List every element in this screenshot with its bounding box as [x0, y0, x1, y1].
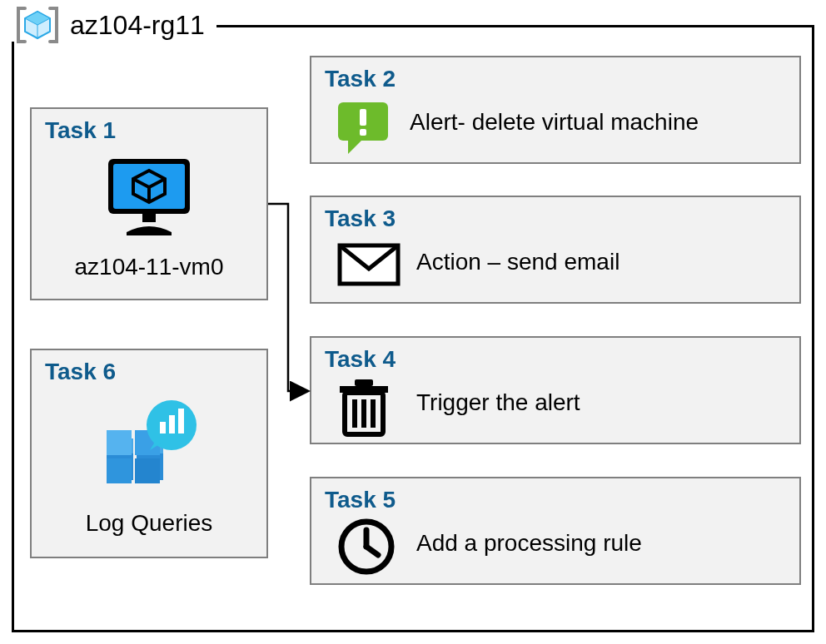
- task2-description: Alert- delete virtual machine: [410, 109, 699, 136]
- task6-subtitle: Log Queries: [32, 510, 266, 537]
- svg-rect-21: [360, 109, 366, 126]
- svg-rect-19: [178, 409, 184, 433]
- svg-rect-22: [360, 129, 366, 136]
- svg-rect-12: [107, 430, 132, 455]
- resource-group-icon: [15, 7, 60, 43]
- task1-subtitle: az104-11-vm0: [32, 254, 266, 280]
- svg-rect-14: [107, 458, 132, 483]
- resource-group-header: az104-rg11: [12, 8, 216, 42]
- task3-title: Task 3: [325, 206, 799, 232]
- trash-icon: [336, 378, 391, 443]
- task6-box: Task 6: [30, 349, 268, 558]
- task4-box: Task 4 Trigger the alert: [310, 336, 801, 444]
- resource-group-name: az104-rg11: [70, 10, 205, 41]
- alert-icon: [336, 101, 395, 159]
- svg-rect-7: [142, 214, 156, 222]
- svg-rect-18: [169, 415, 175, 433]
- task3-description: Action – send email: [416, 249, 620, 275]
- svg-rect-28: [340, 386, 388, 393]
- task1-title: Task 1: [45, 117, 266, 144]
- svg-rect-29: [355, 379, 373, 386]
- diagram-canvas: az104-rg11 Task 1 az104-11-vm0 Task 6: [0, 0, 826, 644]
- svg-rect-15: [135, 458, 160, 483]
- task2-box: Task 2 Alert- delete virtual machine: [310, 56, 801, 164]
- task3-box: Task 3 Action – send email: [310, 196, 801, 304]
- svg-line-32: [366, 547, 378, 555]
- task1-box: Task 1 az104-11-vm0: [30, 107, 268, 300]
- task2-title: Task 2: [325, 66, 799, 92]
- vm-icon: [32, 156, 266, 239]
- task5-title: Task 5: [325, 487, 799, 513]
- svg-rect-17: [160, 422, 166, 433]
- log-analytics-icon: [32, 397, 266, 492]
- task4-description: Trigger the alert: [416, 389, 580, 416]
- task4-title: Task 4: [325, 346, 799, 373]
- envelope-icon: [336, 242, 401, 290]
- task5-description: Add a processing rule: [416, 530, 642, 557]
- clock-icon: [336, 517, 396, 580]
- task6-title: Task 6: [45, 359, 266, 385]
- task5-box: Task 5 Add a processing rule: [310, 477, 801, 585]
